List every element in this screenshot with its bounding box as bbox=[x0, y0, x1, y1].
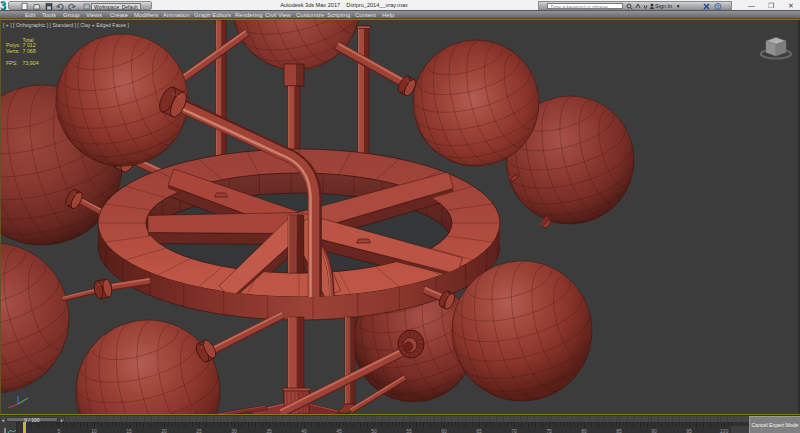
svg-text:7 068: 7 068 bbox=[23, 48, 36, 54]
svg-text:?: ? bbox=[717, 3, 720, 9]
svg-text:73,904: 73,904 bbox=[23, 60, 39, 66]
svg-text:[ + ] [ Orthographic ] [ Stand: [ + ] [ Orthographic ] [ Standard ] [ Cl… bbox=[3, 22, 130, 28]
svg-text:Verts:: Verts: bbox=[6, 48, 20, 54]
svg-text:FPS:: FPS: bbox=[6, 60, 18, 66]
